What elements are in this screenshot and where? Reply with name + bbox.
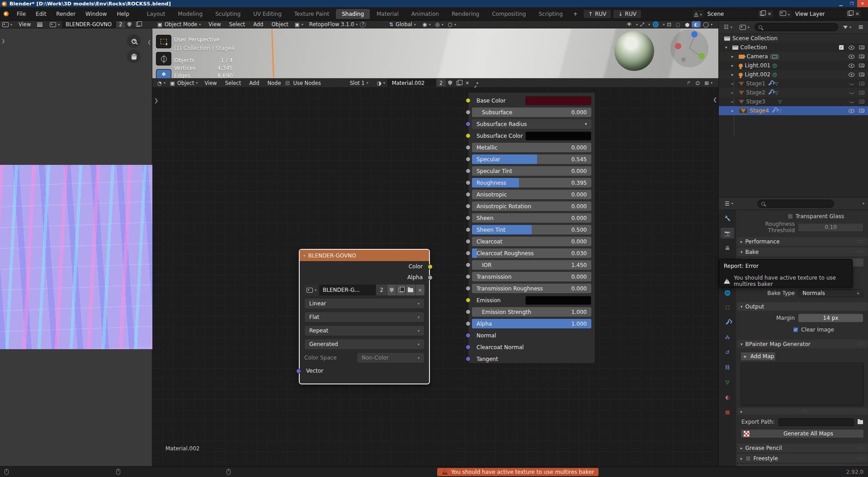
expand-arrow-icon[interactable]: ▾ <box>725 45 727 50</box>
disable-render-icon[interactable] <box>859 73 864 76</box>
shading-rendered-icon[interactable]: ◯▾ <box>701 21 715 28</box>
image-sidebar-toggle-arrow[interactable]: ❯ <box>1 38 5 43</box>
viewport-add-menu[interactable]: Add <box>249 21 267 28</box>
properties-search-input[interactable] <box>757 200 834 208</box>
tab-world-icon[interactable]: 🌐 <box>721 287 734 298</box>
pin-icon[interactable] <box>474 82 481 84</box>
bsdf-row-clearcoat-normal[interactable]: Clearcoat Normal <box>472 342 591 352</box>
zoom-in-nav-button[interactable] <box>127 34 141 48</box>
extension-dropdown[interactable]: Repeat▾ <box>304 325 425 336</box>
copy-material-icon[interactable] <box>454 81 463 85</box>
view-layer-name-field[interactable]: View Layer <box>792 10 846 18</box>
menu-render[interactable]: Render <box>52 9 80 19</box>
light-data-icon[interactable] <box>773 73 777 77</box>
margin-field[interactable]: 14 px <box>798 314 863 322</box>
use-nodes-checkbox[interactable] <box>285 80 290 86</box>
texture-copy-icon[interactable] <box>396 285 405 295</box>
mesh-data-icon[interactable]: ▽ <box>775 81 778 86</box>
move-tool-button[interactable]: ✥ <box>156 69 171 78</box>
outliner-row-stage4[interactable]: ▸ Stage4 ▽ <box>719 106 868 115</box>
bsdf-row-specular-tint[interactable]: Specular Tint0.000 <box>472 166 591 176</box>
input-socket[interactable] <box>466 239 471 244</box>
bsdf-row-ior[interactable]: IOR1.450 <box>472 260 591 270</box>
blender-menu-icon[interactable] <box>4 11 9 16</box>
input-socket[interactable] <box>466 133 471 138</box>
viewport-canvas[interactable]: User Perspective (1) Collection | Stage4… <box>152 28 718 78</box>
mode-selector[interactable]: Object Mode <box>165 21 197 28</box>
shader-editor-type-button[interactable]: ◔▾ <box>155 80 168 86</box>
maximize-button[interactable]: ❐ <box>846 0 857 7</box>
map-list-box[interactable] <box>741 363 864 406</box>
copy-image-icon[interactable] <box>134 22 142 27</box>
input-socket[interactable] <box>466 180 471 185</box>
outliner-row-stage3[interactable]: ▸ Stage3 ▽ <box>719 97 868 106</box>
texture-node-header[interactable]: ▾BLENDER-GOVNO <box>300 250 429 261</box>
outliner-row-stage2[interactable]: ▸ Stage2 ▽ <box>719 88 868 97</box>
auto-offset-icon[interactable]: ∅ <box>693 80 702 86</box>
bsdf-row-alpha[interactable]: Alpha1.000 <box>472 319 591 328</box>
grease-pencil-section[interactable]: ▸Grease Pencil:::: <box>737 444 868 452</box>
camera-data-icon[interactable] <box>770 54 779 59</box>
drag-handle-icon[interactable]: :::: <box>857 239 864 243</box>
input-socket[interactable] <box>466 262 471 267</box>
gizmo-z-dot[interactable] <box>691 31 698 37</box>
active-tool-dropdown[interactable]: ▣▾ <box>292 21 306 28</box>
retopoflow-help-icon[interactable]: ? <box>360 22 366 28</box>
retopoflow-menu[interactable]: RetopoFlow 3.1.0 <box>309 21 354 28</box>
bsdf-row-subsurface-radius[interactable]: Subsurface Radius▾ <box>472 119 591 129</box>
new-view-layer-icon[interactable] <box>848 11 852 16</box>
hide-viewport-icon[interactable] <box>849 55 854 59</box>
bsdf-row-tangent[interactable]: Tangent <box>472 354 591 364</box>
shader-add-menu[interactable]: Add <box>245 80 263 86</box>
tab-constraints-icon[interactable]: ⛓ <box>721 362 734 373</box>
output-section[interactable]: ▾Output <box>737 302 868 311</box>
shader-type-selector[interactable]: Object <box>177 80 194 86</box>
export-path-field[interactable] <box>778 418 854 426</box>
bsdf-row-emission-strength[interactable]: Emission Strength1.000 <box>472 307 591 317</box>
hide-viewport-icon[interactable] <box>849 64 854 68</box>
shader-sidebar-toggle-arrow[interactable]: ❯ <box>154 98 158 103</box>
hidden-eye-icon[interactable] <box>849 82 854 85</box>
tab-particles-icon[interactable]: ⁂ <box>721 332 734 343</box>
input-socket[interactable] <box>466 356 471 361</box>
expand-arrow-icon[interactable]: ▸ <box>731 108 734 113</box>
tab-compositing[interactable]: Compositing <box>486 9 532 19</box>
shading-wireframe-icon[interactable]: ◌ <box>674 21 683 28</box>
outliner-display-mode-button[interactable]: ☷▾ <box>722 24 735 30</box>
browse-folder-icon[interactable] <box>858 420 863 424</box>
input-socket[interactable] <box>466 286 471 291</box>
image-view-menu[interactable]: View <box>14 21 35 28</box>
material-users-count[interactable]: 2 <box>436 79 446 87</box>
disable-render-icon[interactable] <box>859 64 864 67</box>
input-socket[interactable] <box>466 157 471 162</box>
bsdf-row-metallic[interactable]: Metallic0.000 <box>472 143 591 152</box>
input-socket[interactable] <box>466 168 471 173</box>
fake-user-icon[interactable] <box>125 22 134 27</box>
base-color-swatch[interactable] <box>525 96 591 105</box>
disable-render-icon[interactable] <box>859 109 864 112</box>
tab-texture-icon[interactable]: ▦ <box>721 407 734 417</box>
texture-unlink-icon[interactable]: × <box>416 285 425 295</box>
disable-render-icon[interactable] <box>859 55 864 58</box>
input-socket[interactable] <box>466 192 471 197</box>
add-workspace-button[interactable]: + <box>570 9 581 19</box>
outliner-filter-id-button[interactable]: ▾ <box>737 25 752 30</box>
tab-modifiers-icon[interactable] <box>721 317 734 328</box>
generate-all-maps-button[interactable]: Generate All Maps <box>741 429 864 438</box>
mesh-data-icon[interactable]: ▽ <box>775 90 778 95</box>
shader-npanel-toggle-arrow[interactable]: ❮ <box>713 97 717 103</box>
close-button[interactable]: ✕ <box>857 0 868 7</box>
shading-solid-icon[interactable]: ● <box>683 21 692 28</box>
tab-texture-paint[interactable]: Texture Paint <box>288 9 335 19</box>
drag-handle-icon[interactable]: :::: <box>857 446 864 450</box>
principled-bsdf-node[interactable]: Base Color Subsurface0.000 Subsurface Ra… <box>468 92 595 364</box>
drag-handle-icon[interactable]: :::: <box>857 456 864 460</box>
ruv-export-button[interactable]: ↑RUV <box>583 9 611 19</box>
input-socket[interactable] <box>466 321 471 326</box>
viewport-object-menu[interactable]: Object <box>267 21 292 28</box>
tab-sculpting[interactable]: Sculpting <box>209 9 246 19</box>
ruv-import-button[interactable]: ↓RUV <box>613 9 641 19</box>
expand-arrow-icon[interactable]: ▸ <box>731 54 734 59</box>
input-socket[interactable] <box>466 333 471 338</box>
bsdf-row-anisotropic[interactable]: Anisotropic0.000 <box>472 190 591 199</box>
